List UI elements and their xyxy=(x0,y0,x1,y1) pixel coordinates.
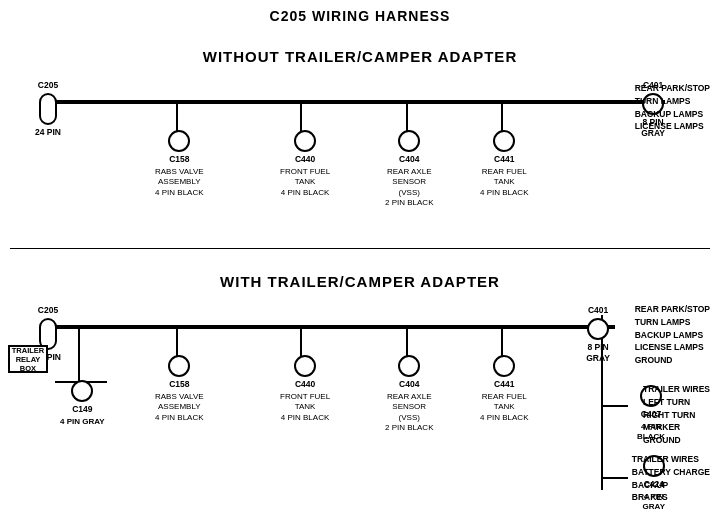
c404-top-sub: REAR AXLE SENSOR (VSS) 2 PIN BLACK xyxy=(385,167,433,209)
bottom-section: WITH TRAILER/CAMPER ADAPTER C205 24 PIN … xyxy=(0,255,720,515)
connector-c404-bot: C404 REAR AXLE SENSOR (VSS) 2 PIN BLACK xyxy=(385,355,433,434)
c441-top-sub: REAR FUEL TANK 4 PIN BLACK xyxy=(480,167,528,198)
vline-c441-top xyxy=(501,101,503,131)
c158-bot-sub: RABS VALVE ASSEMBLY 4 PIN BLACK xyxy=(155,392,204,423)
c205-top-shape xyxy=(39,93,57,125)
section-divider xyxy=(10,248,710,249)
connector-c401-bot: C401 8 PIN GRAY xyxy=(586,305,610,364)
connector-c158-top: C158 RABS VALVE ASSEMBLY 4 PIN BLACK xyxy=(155,130,204,198)
c440-top-shape xyxy=(294,130,316,152)
c404-top-shape xyxy=(398,130,420,152)
c440-top-id: C440 xyxy=(295,154,315,165)
vline-c404-top xyxy=(406,101,408,131)
c441-bot-id: C441 xyxy=(494,379,514,390)
c424-right-labels: TRAILER WIRES BATTERY CHARGE BACKUP BRAK… xyxy=(632,453,710,504)
c149-id: C149 xyxy=(72,404,92,415)
relay-box-label: TRAILER RELAY BOX xyxy=(12,346,45,373)
bottom-hline xyxy=(55,325,615,329)
c205-bot-id: C205 xyxy=(38,305,58,316)
c401-bot-id: C401 xyxy=(588,305,608,316)
hline-c424 xyxy=(603,477,628,479)
connector-c205-top: C205 24 PIN xyxy=(35,80,61,138)
c158-bot-shape xyxy=(168,355,190,377)
c404-bot-id: C404 xyxy=(399,379,419,390)
c440-bot-sub: FRONT FUEL TANK 4 PIN BLACK xyxy=(280,392,330,423)
c205-top-sub: 24 PIN xyxy=(35,127,61,138)
vline-c158-bot xyxy=(176,326,178,356)
vline-c158-top xyxy=(176,101,178,131)
c205-top-id: C205 xyxy=(38,80,58,91)
c149-shape xyxy=(71,380,93,402)
vline-c404-bot xyxy=(406,326,408,356)
connector-c440-top: C440 FRONT FUEL TANK 4 PIN BLACK xyxy=(280,130,330,198)
c440-bot-id: C440 xyxy=(295,379,315,390)
vline-c441-bot xyxy=(501,326,503,356)
bottom-section-label: WITH TRAILER/CAMPER ADAPTER xyxy=(220,273,500,290)
c440-bot-shape xyxy=(294,355,316,377)
c149-sub: 4 PIN GRAY xyxy=(60,417,105,427)
connector-c441-bot: C441 REAR FUEL TANK 4 PIN BLACK xyxy=(480,355,528,423)
page-title: C205 WIRING HARNESS xyxy=(0,0,720,24)
connector-c149: C149 4 PIN GRAY xyxy=(60,380,105,427)
c404-bot-sub: REAR AXLE SENSOR (VSS) 2 PIN BLACK xyxy=(385,392,433,434)
c401-bot-right-labels: REAR PARK/STOP TURN LAMPS BACKUP LAMPS L… xyxy=(635,303,710,367)
connector-c440-bot: C440 FRONT FUEL TANK 4 PIN BLACK xyxy=(280,355,330,423)
c407-right-labels: TRAILER WIRES LEFT TURN RIGHT TURN MARKE… xyxy=(643,383,710,447)
c440-top-sub: FRONT FUEL TANK 4 PIN BLACK xyxy=(280,167,330,198)
hline-c407 xyxy=(603,405,628,407)
connector-c441-top: C441 REAR FUEL TANK 4 PIN BLACK xyxy=(480,130,528,198)
connector-c404-top: C404 REAR AXLE SENSOR (VSS) 2 PIN BLACK xyxy=(385,130,433,209)
vline-c440-top xyxy=(300,101,302,131)
relay-box-shape: TRAILER RELAY BOX xyxy=(8,345,48,373)
c401-top-right-labels: REAR PARK/STOP TURN LAMPS BACKUP LAMPS L… xyxy=(635,82,710,133)
c158-top-sub: RABS VALVE ASSEMBLY 4 PIN BLACK xyxy=(155,167,204,198)
connector-c158-bot: C158 RABS VALVE ASSEMBLY 4 PIN BLACK xyxy=(155,355,204,423)
top-section-label: WITHOUT TRAILER/CAMPER ADAPTER xyxy=(203,48,517,65)
c441-bot-shape xyxy=(493,355,515,377)
c441-bot-sub: REAR FUEL TANK 4 PIN BLACK xyxy=(480,392,528,423)
trailer-relay-box: TRAILER RELAY BOX xyxy=(8,345,48,373)
c441-top-shape xyxy=(493,130,515,152)
c158-top-shape xyxy=(168,130,190,152)
c404-bot-shape xyxy=(398,355,420,377)
vline-c440-bot xyxy=(300,326,302,356)
c401-bot-sub: 8 PIN GRAY xyxy=(586,342,610,364)
top-hline xyxy=(55,100,665,104)
vline-relay xyxy=(78,326,80,381)
c404-top-id: C404 xyxy=(399,154,419,165)
c401-bot-shape xyxy=(587,318,609,340)
c158-bot-id: C158 xyxy=(169,379,189,390)
c441-top-id: C441 xyxy=(494,154,514,165)
c158-top-id: C158 xyxy=(169,154,189,165)
top-section: WITHOUT TRAILER/CAMPER ADAPTER C205 24 P… xyxy=(0,30,720,240)
